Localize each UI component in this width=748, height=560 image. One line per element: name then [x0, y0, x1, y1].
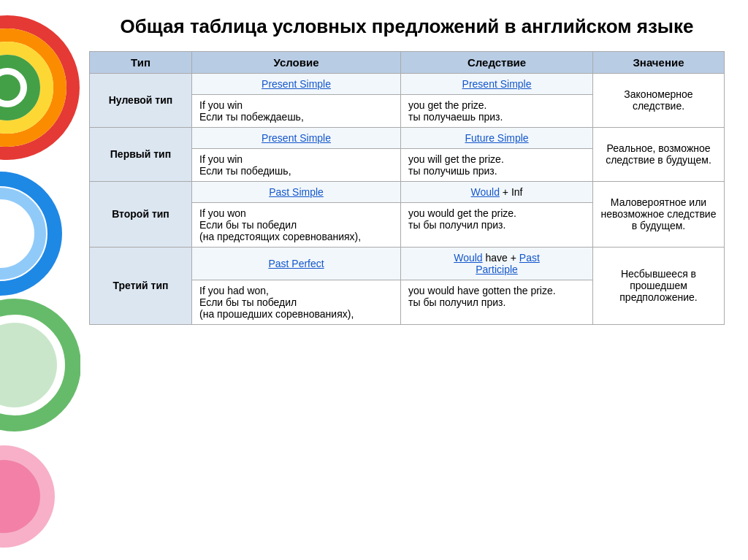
consequence-grammar-cell: Would + Inf [401, 181, 593, 202]
grammar-row: Нулевой типPresent SimplePresent SimpleЗ… [90, 73, 725, 94]
past-participle-link[interactable]: Past Participle [476, 252, 540, 275]
consequence-example-cell: you would have gotten the prize. ты бы п… [401, 280, 593, 324]
consequence-grammar-link[interactable]: Present Simple [462, 78, 532, 90]
consequence-grammar-cell: Present Simple [401, 73, 593, 94]
grammar-row: Третий типPast PerfectWould have + Past … [90, 247, 725, 280]
grammar-row: Второй типPast SimpleWould + InfМаловеро… [90, 181, 725, 202]
header-meaning: Значение [593, 51, 725, 73]
consequence-grammar-link[interactable]: Future Simple [465, 132, 528, 144]
consequence-example-cell: you will get the prize. ты получишь приз… [401, 148, 593, 181]
conditionals-table: Тип Условие Следствие Значение Нулевой т… [89, 51, 725, 325]
condition-grammar-link[interactable]: Past Simple [269, 186, 324, 198]
type-cell: Третий тип [90, 247, 192, 324]
consequence-grammar-cell: Future Simple [401, 127, 593, 148]
header-consequence: Следствие [401, 51, 593, 73]
svg-rect-11 [0, 0, 80, 560]
svg-point-1 [0, 35, 60, 140]
header-type: Тип [90, 51, 192, 73]
would-link[interactable]: Would [454, 252, 482, 264]
type-cell: Первый тип [90, 127, 192, 181]
svg-point-3 [0, 61, 34, 114]
meaning-cell: Реальное, возможное следствие в будущем. [593, 127, 725, 181]
condition-grammar-cell: Present Simple [192, 73, 401, 94]
condition-example-cell: If you win Если ты побеждаешь, [192, 94, 401, 127]
main-content: Общая таблица условных предложений в анг… [89, 15, 725, 325]
condition-grammar-cell: Present Simple [192, 127, 401, 148]
condition-example-cell: If you had won, Если бы ты победил (на п… [192, 280, 401, 324]
consequence-example-cell: you would get the prize. ты бы получил п… [401, 202, 593, 247]
type-cell: Нулевой тип [90, 73, 192, 127]
condition-grammar-link[interactable]: Past Perfect [268, 258, 324, 269]
page-title: Общая таблица условных предложений в анг… [89, 15, 725, 39]
would-inf-link[interactable]: Would [471, 186, 500, 198]
meaning-cell: Закономерное следствие. [593, 73, 725, 127]
condition-grammar-link[interactable]: Present Simple [262, 132, 331, 144]
svg-point-0 [0, 22, 73, 153]
consequence-example-cell: you get the prize. ты получаешь приз. [401, 94, 593, 127]
condition-example-cell: If you win Если ты победишь, [192, 148, 401, 181]
consequence-grammar-cell: Would have + Past Participle [401, 247, 593, 280]
condition-grammar-cell: Past Perfect [192, 247, 401, 280]
svg-point-4 [0, 74, 20, 101]
meaning-cell: Маловероятное или невозможное следствие … [593, 181, 725, 247]
svg-point-9 [0, 445, 55, 548]
svg-point-8 [0, 323, 57, 407]
svg-point-2 [0, 48, 47, 127]
condition-example-cell: If you won Если бы ты победил (на предст… [192, 202, 401, 247]
condition-grammar-cell: Past Simple [192, 181, 401, 202]
meaning-cell: Несбывшееся в прошедшем предположение. [593, 247, 725, 324]
type-cell: Второй тип [90, 181, 192, 247]
svg-point-6 [0, 193, 40, 274]
svg-point-7 [0, 307, 73, 423]
grammar-row: Первый типPresent SimpleFuture SimpleРеа… [90, 127, 725, 148]
svg-point-5 [0, 179, 55, 288]
condition-grammar-link[interactable]: Present Simple [262, 78, 331, 90]
svg-point-10 [0, 460, 40, 533]
header-condition: Условие [192, 51, 401, 73]
